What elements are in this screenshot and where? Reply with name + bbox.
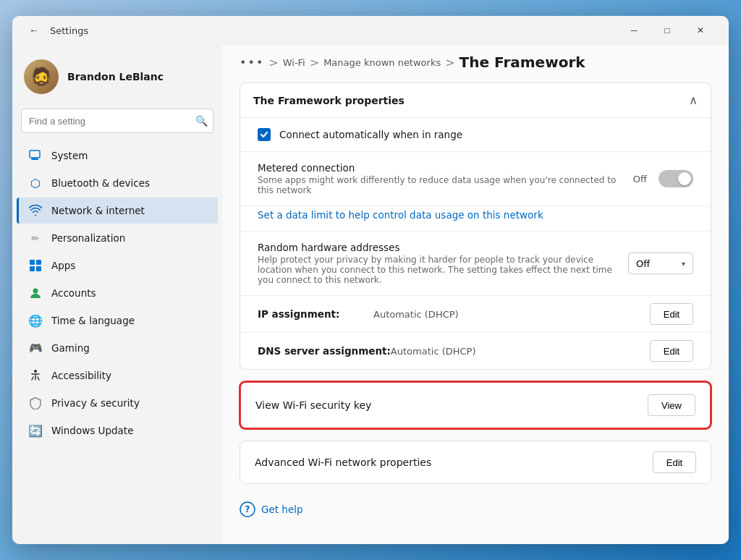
network-icon [28, 203, 43, 218]
random-hw-row: Random hardware addresses Help protect y… [240, 232, 711, 296]
get-help-text[interactable]: Get help [261, 504, 303, 515]
sidebar-item-privacy[interactable]: Privacy & security [17, 390, 218, 416]
titlebar-controls: ─ □ ✕ [617, 19, 717, 42]
svg-rect-5 [30, 266, 35, 271]
metered-toggle-label: Off [633, 174, 647, 184]
svg-point-8 [34, 370, 37, 373]
ip-value: Automatic (DHCP) [373, 309, 650, 320]
sidebar-item-bluetooth[interactable]: ⬡ Bluetooth & devices [17, 170, 218, 196]
sidebar: 🧔 Brandon LeBlanc 🔍 System ⬡ Bluetooth &… [12, 45, 222, 544]
avatar-image: 🧔 [24, 59, 59, 94]
data-limit-link[interactable]: Set a data limit to help control data us… [258, 209, 543, 221]
toggle-knob [678, 172, 691, 185]
svg-rect-4 [36, 260, 41, 265]
breadcrumb-sep-1: > [268, 56, 278, 69]
svg-rect-6 [36, 266, 41, 271]
sidebar-item-label-system: System [51, 150, 88, 161]
sidebar-item-label-accessibility: Accessibility [51, 370, 111, 381]
connect-auto-checkbox[interactable] [258, 128, 271, 141]
random-hw-content: Random hardware addresses Help protect y… [258, 242, 619, 285]
random-hw-control: Off ▾ [628, 253, 693, 274]
time-icon: 🌐 [28, 313, 43, 328]
connect-auto-label: Connect automatically when in range [279, 129, 693, 140]
settings-window: ← Settings ─ □ ✕ 🧔 Brandon LeBlanc 🔍 [12, 16, 729, 544]
metered-toggle[interactable] [659, 170, 693, 187]
gaming-icon: 🎮 [28, 341, 43, 355]
dns-assignment-row: DNS server assignment: Automatic (DHCP) … [240, 333, 711, 369]
sidebar-item-label-gaming: Gaming [51, 342, 90, 354]
dns-label: DNS server assignment: [258, 345, 391, 357]
sidebar-item-label-personalization: Personalization [51, 232, 125, 244]
update-icon: 🔄 [28, 423, 43, 438]
close-button[interactable]: ✕ [684, 19, 717, 42]
random-hw-select[interactable]: Off ▾ [628, 253, 693, 274]
chevron-down-icon: ▾ [682, 260, 685, 268]
dns-edit-button[interactable]: Edit [650, 340, 693, 362]
advanced-edit-button[interactable]: Edit [653, 451, 696, 473]
metered-control: Off [633, 170, 693, 187]
breadcrumb-current: The Framework [460, 54, 585, 71]
back-button[interactable]: ← [24, 20, 44, 41]
content-area: 🧔 Brandon LeBlanc 🔍 System ⬡ Bluetooth &… [12, 45, 729, 544]
sidebar-item-accounts[interactable]: Accounts [17, 280, 218, 306]
breadcrumb: ••• > Wi-Fi > Manage known networks > Th… [222, 45, 729, 77]
system-icon [28, 148, 43, 163]
main-panel: ••• > Wi-Fi > Manage known networks > Th… [222, 45, 729, 544]
accounts-icon [28, 286, 43, 300]
random-hw-desc: Help protect your privacy by making it h… [258, 255, 619, 285]
sidebar-item-label-privacy: Privacy & security [51, 397, 140, 409]
random-hw-label: Random hardware addresses [258, 242, 619, 253]
sidebar-item-time[interactable]: 🌐 Time & language [17, 307, 218, 334]
sidebar-item-gaming[interactable]: 🎮 Gaming [17, 335, 218, 361]
view-wifi-key-button[interactable]: View [648, 394, 695, 416]
breadcrumb-sep-2: > [310, 56, 319, 69]
sidebar-item-label-time: Time & language [51, 315, 135, 326]
ip-edit-button[interactable]: Edit [650, 303, 693, 325]
search-input[interactable] [21, 109, 213, 133]
search-box: 🔍 [21, 109, 213, 133]
privacy-icon [28, 396, 43, 410]
connect-auto-row: Connect automatically when in range [240, 118, 711, 152]
breadcrumb-sep-3: > [445, 56, 454, 69]
advanced-label: Advanced Wi-Fi network properties [255, 457, 653, 468]
svg-rect-3 [30, 260, 35, 265]
sidebar-item-update[interactable]: 🔄 Windows Update [17, 417, 218, 444]
maximize-button[interactable]: □ [651, 19, 684, 42]
section-title: The Framework properties [253, 95, 405, 106]
username: Brandon LeBlanc [67, 71, 164, 82]
section-header[interactable]: The Framework properties ∧ [240, 83, 711, 118]
sidebar-item-personalization[interactable]: ✏️ Personalization [17, 225, 218, 251]
sidebar-item-network[interactable]: Network & internet [17, 198, 218, 224]
help-icon: ? [240, 501, 255, 517]
titlebar: ← Settings ─ □ ✕ [12, 16, 729, 45]
data-limit-row: Set a data limit to help control data us… [240, 206, 711, 232]
advanced-wifi-section: Advanced Wi-Fi network properties Edit [240, 441, 711, 484]
sidebar-item-accessibility[interactable]: Accessibility [17, 362, 218, 389]
search-icon: 🔍 [195, 115, 208, 127]
ip-assignment-row: IP assignment: Automatic (DHCP) Edit [240, 296, 711, 333]
metered-desc: Some apps might work differently to redu… [258, 175, 624, 195]
breadcrumb-wifi[interactable]: Wi-Fi [283, 57, 305, 68]
svg-rect-0 [30, 150, 40, 158]
sidebar-item-apps[interactable]: Apps [17, 253, 218, 279]
svg-text:?: ? [245, 504, 250, 514]
sidebar-item-label-update: Windows Update [51, 425, 133, 436]
minimize-button[interactable]: ─ [617, 19, 651, 42]
user-profile[interactable]: 🧔 Brandon LeBlanc [12, 51, 222, 106]
sidebar-item-label-accounts: Accounts [51, 287, 96, 299]
sidebar-item-label-apps: Apps [51, 260, 75, 271]
svg-rect-2 [33, 158, 36, 159]
wifi-key-label: View Wi-Fi security key [255, 399, 648, 411]
advanced-row: Advanced Wi-Fi network properties Edit [240, 441, 711, 483]
get-help-row[interactable]: ? Get help [222, 496, 729, 535]
ip-label: IP assignment: [258, 308, 373, 320]
titlebar-title: Settings [50, 25, 88, 36]
dns-value: Automatic (DHCP) [391, 346, 650, 357]
sidebar-item-system[interactable]: System [17, 143, 218, 169]
svg-point-7 [33, 289, 38, 294]
personalization-icon: ✏️ [28, 231, 43, 245]
connect-auto-content: Connect automatically when in range [279, 129, 693, 140]
metered-content: Metered connection Some apps might work … [258, 162, 624, 195]
breadcrumb-manage[interactable]: Manage known networks [323, 57, 441, 68]
avatar: 🧔 [24, 59, 59, 94]
